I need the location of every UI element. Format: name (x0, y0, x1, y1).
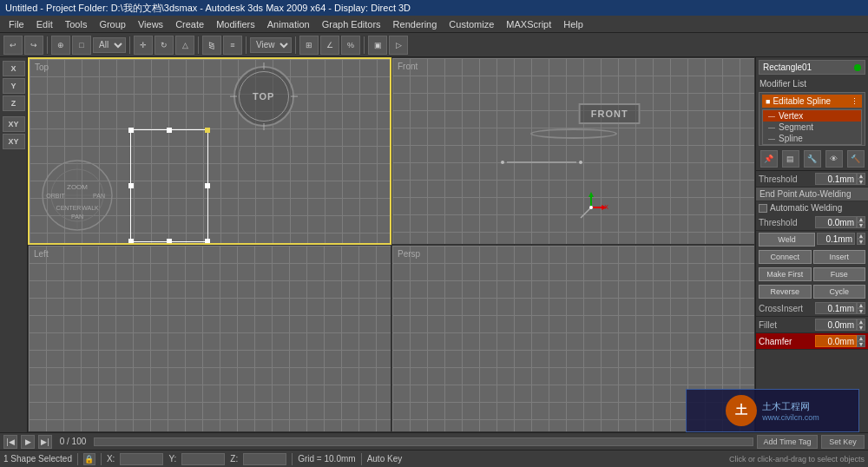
reference-coord-select[interactable]: View (250, 37, 292, 53)
make-first-button[interactable]: Make First (759, 267, 812, 281)
crossinsert-input[interactable] (815, 302, 857, 314)
menu-maxscript[interactable]: MAXScript (501, 18, 556, 30)
menu-edit[interactable]: Edit (31, 18, 58, 30)
play-button[interactable]: ▶ (21, 435, 35, 449)
x-coord-input[interactable] (120, 453, 163, 465)
viewport-left[interactable]: Left (28, 245, 391, 432)
handle-tl[interactable] (128, 128, 134, 133)
sub-vertex[interactable]: — Vertex (763, 110, 861, 122)
chamfer-input[interactable] (815, 335, 857, 347)
menu-customize[interactable]: Customize (444, 18, 499, 30)
fillet-input[interactable] (815, 319, 857, 331)
fillet-spin-up[interactable]: ▲ (857, 319, 865, 325)
fuse-button[interactable]: Fuse (813, 267, 866, 281)
channel-icon-btn[interactable]: ▤ (782, 150, 799, 168)
threshold-spin-down[interactable]: ▼ (857, 179, 865, 185)
display-icon-btn[interactable]: 👁 (825, 150, 843, 168)
handle-bl[interactable] (128, 239, 134, 244)
menu-create[interactable]: Create (170, 18, 209, 30)
quick-render-button[interactable]: ▷ (389, 36, 408, 55)
rotate-button[interactable]: ↻ (155, 36, 174, 55)
percent-snap-button[interactable]: % (341, 36, 360, 55)
connect-button[interactable]: Connect (759, 250, 812, 264)
modifier-list: ■ Editable Spline ⋮ — Vertex — Segment —… (759, 92, 865, 146)
select-object-button[interactable]: ⊕ (51, 36, 70, 55)
menu-animation[interactable]: Animation (262, 18, 315, 30)
mirror-button[interactable]: ⧎ (202, 36, 221, 55)
menu-rendering[interactable]: Rendering (388, 18, 443, 30)
scale-button[interactable]: △ (175, 36, 194, 55)
viewport-top[interactable]: Top TOP (28, 57, 391, 245)
reverse-cycle-row: Reverse Cycle (756, 283, 868, 300)
selection-filter[interactable]: All (93, 37, 126, 53)
threshold2-spinner[interactable]: ▲ ▼ (857, 216, 865, 228)
x-axis-button[interactable]: X (3, 61, 25, 76)
object-color-swatch[interactable] (854, 64, 861, 71)
autoweld-checkbox-row: Automatic Welding (756, 201, 868, 214)
chamfer-spinner[interactable]: ▲ ▼ (857, 335, 865, 347)
insert-button[interactable]: Insert (813, 250, 866, 264)
chamfer-spin-down[interactable]: ▼ (857, 341, 865, 347)
menu-group[interactable]: Group (94, 18, 131, 30)
y-coord-input[interactable] (181, 453, 225, 465)
fillet-spin-down[interactable]: ▼ (857, 325, 865, 331)
undo-button[interactable]: ↩ (3, 36, 23, 55)
autoweld-section: End Point Auto-Welding (756, 187, 868, 201)
viewport-front[interactable]: Front FRONT (391, 57, 755, 245)
timeline-slider[interactable] (94, 437, 753, 446)
threshold-spin-up[interactable]: ▲ (857, 173, 865, 179)
crossinsert-spin-down[interactable]: ▼ (857, 308, 865, 314)
handle-tr[interactable] (205, 128, 210, 133)
weld-input[interactable] (817, 233, 855, 245)
add-time-tag-button[interactable]: Add Time Tag (757, 435, 818, 449)
xy-axis-button[interactable]: XY (3, 116, 25, 132)
render-scene-button[interactable]: ▣ (368, 36, 387, 55)
nav-cube[interactable]: ZOOM ORBIT PAN CENTER WALK PAN (38, 156, 116, 234)
reverse-button[interactable]: Reverse (759, 285, 812, 299)
sub-segment[interactable]: — Segment (763, 122, 861, 133)
sub-spline[interactable]: — Spline (763, 133, 861, 144)
set-key-button[interactable]: Set Key (821, 435, 865, 449)
connect-insert-row: Connect Insert (756, 248, 868, 266)
shape-selected-text: 1 Shape Selected (3, 454, 72, 464)
utilities-icon-btn[interactable]: 🔨 (847, 150, 865, 168)
properties-icon-btn[interactable]: 🔧 (804, 150, 821, 168)
cycle-button[interactable]: Cycle (813, 285, 866, 299)
prev-frame-button[interactable]: |◀ (3, 435, 17, 449)
handle-br[interactable] (205, 239, 210, 244)
menu-file[interactable]: File (3, 18, 30, 30)
angle-snap-button[interactable]: ∠ (320, 36, 339, 55)
weld-spinner[interactable]: ▲ ▼ (857, 233, 865, 247)
threshold2-spin-up[interactable]: ▲ (857, 216, 865, 222)
weld-button[interactable]: Weld (759, 233, 815, 247)
menu-graph-editors[interactable]: Graph Editors (317, 18, 386, 30)
z-coord-input[interactable] (243, 453, 286, 465)
lock-button[interactable]: 🔒 (83, 453, 95, 465)
move-button[interactable]: ✛ (134, 36, 153, 55)
align-button[interactable]: ≡ (223, 36, 242, 55)
weld-spin-up[interactable]: ▲ (857, 233, 865, 239)
redo-button[interactable]: ↪ (24, 36, 43, 55)
threshold-spinner[interactable]: ▲ ▼ (857, 173, 865, 185)
weld-spin-down[interactable]: ▼ (857, 239, 865, 245)
fillet-spinner[interactable]: ▲ ▼ (857, 319, 865, 331)
y-axis-button[interactable]: Y (3, 78, 25, 94)
threshold-input[interactable] (815, 173, 857, 185)
crossinsert-spin-up[interactable]: ▲ (857, 302, 865, 308)
menu-views[interactable]: Views (133, 18, 168, 30)
threshold2-spin-down[interactable]: ▼ (857, 222, 865, 228)
select-region-button[interactable]: □ (72, 36, 91, 55)
next-frame-button[interactable]: ▶| (38, 435, 52, 449)
menu-modifiers[interactable]: Modifiers (211, 18, 260, 30)
crossinsert-spinner[interactable]: ▲ ▼ (857, 302, 865, 314)
threshold2-input[interactable] (815, 216, 857, 228)
z-axis-button[interactable]: Z (3, 95, 25, 111)
autoweld-checkbox[interactable] (759, 204, 767, 213)
chamfer-spin-up[interactable]: ▲ (857, 335, 865, 341)
xy2-axis-button[interactable]: XY (3, 134, 25, 149)
editable-spline-header[interactable]: ■ Editable Spline ⋮ (762, 95, 862, 108)
pin-icon-btn[interactable]: 📌 (760, 150, 778, 168)
snap-button[interactable]: ⊞ (299, 36, 319, 55)
menu-help[interactable]: Help (558, 18, 589, 30)
menu-tools[interactable]: Tools (60, 18, 93, 30)
